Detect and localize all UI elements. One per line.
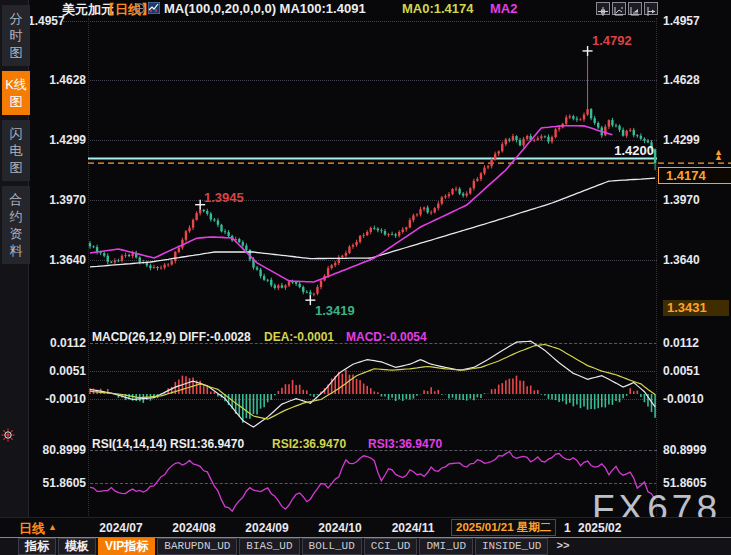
bottom-tab--[interactable]: 模板 — [58, 538, 96, 555]
bottom-tab-barupdn-ud[interactable]: BARUPDN_UD — [157, 538, 237, 555]
time-axis: 日线 ▲ 2025/01/21 星期二 1 2025/02 2024/07202… — [0, 517, 731, 538]
local-high-annotation: 1.3945 — [204, 190, 244, 205]
period-selector[interactable]: 日线 — [19, 520, 45, 538]
trading-app-window: 美元加元 【日线】 MA(100,0,20,0,0,0) MA100:1.409… — [0, 0, 731, 555]
low-annotation: 1.3419 — [315, 303, 355, 318]
axis-label: 80.8999 — [663, 443, 706, 457]
gridline — [90, 80, 657, 81]
axis-label: 1.4628 — [28, 73, 86, 87]
axis-label: 0.0112 — [663, 336, 699, 350]
axis-label: 1.4299 — [663, 133, 700, 147]
macd-value-label: MACD:-0.0054 — [346, 330, 427, 344]
shift-right-icon[interactable] — [644, 2, 658, 15]
axis-label: 0.0051 — [28, 364, 86, 378]
axis-label: -0.0010 — [28, 392, 86, 406]
axis-label: -0.0010 — [663, 392, 704, 406]
bottom-tab-inside-ud[interactable]: INSIDE_UD — [475, 538, 548, 555]
rsi2-label: RSI2:36.9470 — [272, 437, 346, 451]
range-min-box: 1.3431 — [663, 300, 729, 316]
macd-title-label: MACD(26,12,9) DIFF:-0.0028 — [92, 330, 251, 344]
price-up-arrow-icon: ▲▲ — [714, 150, 723, 160]
period-arrow-icon[interactable]: ▲ — [48, 522, 57, 532]
axis-label: 1.4299 — [28, 133, 86, 147]
date-label: 2024/09 — [241, 521, 293, 535]
ma-settings-label: MA(100,0,20,0,0,0) MA100:1.4091 — [164, 1, 366, 16]
date-label: 2024/11 — [387, 521, 439, 535]
date-label: 2024/10 — [314, 521, 366, 535]
high-annotation: 1.4792 — [592, 33, 632, 48]
mini-chart-icon[interactable] — [148, 2, 160, 14]
axis-label: 51.8605 — [28, 476, 86, 490]
axis-label: 0.0051 — [663, 364, 700, 378]
alert-blink-icon[interactable] — [1, 428, 15, 442]
date-label-last: 2025/02 — [578, 521, 621, 535]
gridline — [90, 200, 657, 201]
rsi-title-label: RSI(14,14,14) RSI1:36.9470 — [92, 437, 244, 451]
axis-label: 1.3970 — [663, 193, 700, 207]
gridline — [63, 21, 657, 22]
last-price-box: 1.4174 — [658, 167, 731, 184]
bottom-tab-vip-[interactable]: VIP指标 — [98, 538, 155, 555]
resistance-level-label: 1.4200 — [606, 143, 654, 158]
chart-canvas[interactable] — [0, 0, 731, 555]
circle-plus-icon[interactable] — [134, 3, 145, 14]
bottom-tab--[interactable]: 指标 — [18, 538, 56, 555]
axis-label: 1.3640 — [28, 253, 86, 267]
axis-label: 1.4628 — [663, 73, 700, 87]
gridline — [90, 260, 657, 261]
hovered-date-readout: 2025/01/21 星期二 — [451, 519, 556, 536]
bottom-tab-boll-ud[interactable]: BOLL_UD — [302, 538, 362, 555]
indicator-tab-bar: 指标模板VIP指标BARUPDN_UDBIAS_UDBOLL_UDCCI_UDD… — [0, 537, 731, 555]
sidebar-tab-contract-info[interactable]: 合约资料 — [2, 186, 30, 264]
sidebar: 分时图 K线图 闪电图 合约资料 — [0, 0, 29, 517]
bottom-tab-cci-ud[interactable]: CCI_UD — [364, 538, 418, 555]
axis-label: 1.3640 — [663, 253, 700, 267]
axis-label: 80.8999 — [28, 443, 86, 457]
axis-label: 1.3970 — [28, 193, 86, 207]
gridline — [90, 140, 657, 141]
header-bar: 美元加元 【日线】 MA(100,0,20,0,0,0) MA100:1.409… — [28, 0, 731, 17]
date-label: 2024/08 — [168, 521, 220, 535]
macd-dea-label: DEA:-0.0001 — [264, 330, 334, 344]
axis-label: 0.0112 — [28, 336, 86, 350]
period-tag: 【日线】 — [102, 1, 154, 19]
gridline — [88, 18, 89, 516]
sidebar-tab-kline[interactable]: K线图 — [2, 71, 30, 115]
gridline — [656, 18, 657, 516]
rsi3-label: RSI3:36.9470 — [368, 437, 442, 451]
ma0-label: MA0:1.4174 — [402, 1, 474, 16]
sidebar-tab-timeshare[interactable]: 分时图 — [2, 5, 30, 66]
date-label: 2024/07 — [95, 521, 147, 535]
gridline — [90, 371, 657, 372]
date-label-partial: 1 — [564, 521, 571, 535]
chart-pan-icon[interactable] — [628, 2, 642, 15]
gridline — [90, 399, 657, 400]
bottom-tab-dmi-ud[interactable]: DMI_UD — [419, 538, 473, 555]
bottom-tab-bias-ud[interactable]: BIAS_UD — [239, 538, 299, 555]
bottom-tab--[interactable]: >> — [550, 539, 575, 554]
gridline — [90, 483, 657, 484]
ma2-label: MA2 — [490, 1, 517, 16]
sidebar-tab-lightning[interactable]: 闪电图 — [2, 120, 30, 181]
axis-scale-icon[interactable] — [612, 2, 626, 15]
crosshair-icon[interactable] — [596, 2, 610, 15]
